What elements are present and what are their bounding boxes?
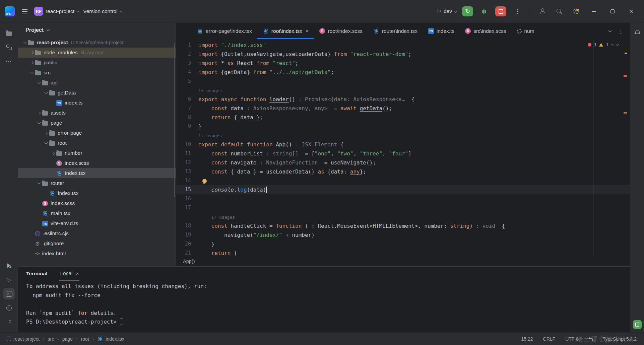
- tool-button-version-control[interactable]: [3, 316, 15, 328]
- tree-item-.gitignore[interactable]: ⊘.gitignore: [18, 238, 176, 249]
- tree-item-.eslintrc.cjs[interactable]: .eslintrc.cjs: [18, 228, 176, 238]
- tool-button-structure-view[interactable]: [3, 42, 15, 53]
- code-with-me-button[interactable]: [537, 6, 548, 17]
- tree-item-vite-env.d.ts[interactable]: TSvite-env.d.ts: [18, 218, 176, 228]
- stop-button[interactable]: [495, 6, 506, 16]
- tree-item-index.tsx[interactable]: index.tsx: [18, 168, 176, 178]
- tool-button-services[interactable]: [3, 260, 15, 271]
- close-icon[interactable]: ×: [76, 271, 79, 276]
- statusbar-item-utf-8[interactable]: UTF-8: [565, 336, 579, 342]
- branch-widget[interactable]: dev: [437, 6, 457, 17]
- code-line[interactable]: 11 const numberList : string[] = ["one",…: [176, 149, 630, 158]
- code-editor[interactable]: 1import "./index.scss"2import {Outlet,us…: [176, 39, 630, 256]
- debug-button[interactable]: [478, 6, 490, 17]
- editor-tab-num[interactable]: num: [512, 23, 540, 39]
- tree-item-src[interactable]: src: [18, 68, 176, 78]
- tree-item-router[interactable]: router: [18, 178, 176, 188]
- code-line[interactable]: 12 const navigate : NavigateFunction = u…: [176, 158, 630, 167]
- minimize-button[interactable]: [587, 6, 600, 17]
- tool-button-more-tools[interactable]: ···: [3, 56, 15, 67]
- inspections-widget[interactable]: 1 1: [588, 42, 619, 47]
- lock-icon[interactable]: [589, 338, 593, 341]
- editor-tab-src-index-scss[interactable]: Ssrc\index.scss: [460, 23, 511, 39]
- code-line[interactable]: 15 console.log(data): [176, 185, 630, 194]
- code-line[interactable]: 1import "./index.scss": [176, 41, 630, 50]
- editor-breadcrumbs[interactable]: App(): [176, 256, 630, 266]
- notification-badge-icon[interactable]: [633, 320, 642, 329]
- tree-item-root[interactable]: root: [18, 138, 176, 148]
- editor-tab-index-ts[interactable]: TSindex.ts: [423, 23, 460, 39]
- code-line[interactable]: 4import {getData} from "../../api/getDat…: [176, 68, 630, 77]
- code-line[interactable]: 13 const { data } = useLoaderData() as {…: [176, 167, 630, 176]
- chevron-slot[interactable]: [28, 52, 35, 54]
- project-panel-header[interactable]: Project: [18, 23, 176, 38]
- statusbar-crumb-page[interactable]: page: [62, 336, 73, 342]
- close-icon[interactable]: ×: [306, 28, 309, 34]
- tree-item-node_modules[interactable]: node_moduleslibrary root: [18, 48, 176, 58]
- tree-item-main.tsx[interactable]: main.tsx: [18, 208, 176, 218]
- notifications-button[interactable]: [632, 27, 643, 38]
- code-line[interactable]: 7 const data : AxiosResponse<any, any> =…: [176, 104, 630, 113]
- chevron-slot[interactable]: [28, 62, 35, 64]
- tree-item-getData[interactable]: getData: [18, 88, 176, 98]
- search-everywhere-button[interactable]: [554, 6, 565, 17]
- code-line[interactable]: 2import {Outlet,useNavigate,useLoaderDat…: [176, 50, 630, 59]
- tree-item-page[interactable]: page: [18, 118, 176, 128]
- tree-item-error-page[interactable]: error-page: [18, 128, 176, 138]
- code-line[interactable]: 1+ usages: [176, 86, 630, 95]
- tree-item-index.scss[interactable]: Sindex.scss: [18, 198, 176, 208]
- rerun-button[interactable]: ↻: [462, 6, 473, 16]
- statusbar-crumb-root[interactable]: root: [81, 336, 89, 342]
- code-line[interactable]: 8 return { data };: [176, 113, 630, 122]
- code-line[interactable]: 5: [176, 77, 630, 86]
- terminal-tab-local[interactable]: Local ×: [59, 267, 79, 281]
- terminal-prompt-line[interactable]: PS D:\Desktop\react-project>: [26, 318, 630, 327]
- intention-bulb-icon[interactable]: [202, 179, 207, 183]
- tree-item-public[interactable]: public: [18, 58, 176, 68]
- more-actions-button[interactable]: ⋮: [512, 6, 523, 17]
- tree-item-index.html[interactable]: <>index.html: [18, 249, 176, 259]
- code-line[interactable]: 17: [176, 203, 630, 212]
- project-widget[interactable]: RP react-project: [34, 6, 79, 17]
- tree-item-number[interactable]: number: [18, 148, 176, 158]
- chevron-slot[interactable]: [36, 183, 42, 184]
- tool-button-project-view[interactable]: [3, 27, 15, 39]
- code-line[interactable]: 21 return (: [176, 249, 630, 256]
- previous-problem-chevron-icon[interactable]: [611, 44, 614, 47]
- webstorm-logo-icon[interactable]: WS: [5, 6, 15, 16]
- tree-item-index.scss[interactable]: Sindex.scss: [18, 158, 176, 168]
- statusbar-item-15-22[interactable]: 15:22: [521, 336, 533, 342]
- code-line[interactable]: 3import * as React from "react";: [176, 59, 630, 68]
- hidden-tabs-chevron-icon[interactable]: [608, 29, 612, 32]
- chevron-slot[interactable]: [36, 82, 42, 83]
- tree-item-react-project[interactable]: react-projectD:\Desktop\react-project: [18, 38, 176, 48]
- code-line[interactable]: 6export async function loader() : Promis…: [176, 95, 630, 104]
- tree-item-assets[interactable]: assets: [18, 108, 176, 118]
- tree-item-index.tsx[interactable]: index.tsx: [18, 188, 176, 198]
- tool-button-problems[interactable]: !: [3, 302, 15, 314]
- editor-tab-router-index-tsx[interactable]: router\index.tsx: [368, 23, 423, 39]
- code-line[interactable]: 20 }: [176, 239, 630, 249]
- chevron-slot[interactable]: [28, 72, 35, 73]
- statusbar-item-crlf[interactable]: CRLF: [543, 336, 556, 342]
- code-line[interactable]: 1+ usages: [176, 212, 630, 221]
- chevron-slot[interactable]: [36, 112, 42, 114]
- statusbar-item-typescript-5-4-2[interactable]: TypeScript 5.4.2: [603, 336, 637, 342]
- tab-options-kebab-icon[interactable]: ⋮: [618, 27, 624, 35]
- next-problem-chevron-icon[interactable]: [616, 43, 619, 46]
- statusbar-crumb-src[interactable]: src: [48, 336, 54, 342]
- code-line[interactable]: 10export default function App() : JSX.El…: [176, 140, 630, 149]
- code-line[interactable]: 16: [176, 194, 630, 203]
- editor-tab-error-page-index-tsx[interactable]: error-page\index.tsx: [192, 23, 257, 39]
- terminal-output[interactable]: To address all issues (including breakin…: [18, 281, 630, 327]
- chevron-slot[interactable]: [36, 122, 42, 124]
- close-window-button[interactable]: ×: [625, 6, 638, 17]
- code-line[interactable]: 1+ usages: [176, 131, 630, 140]
- code-line[interactable]: 19 navigate("/index/" + number): [176, 230, 630, 239]
- tool-button-terminal[interactable]: >_: [3, 288, 15, 299]
- chevron-slot[interactable]: [43, 142, 49, 144]
- main-menu-button[interactable]: [19, 6, 30, 17]
- chevron-slot[interactable]: [50, 152, 56, 154]
- settings-button[interactable]: [570, 6, 582, 17]
- statusbar-crumb-index.tsx[interactable]: index.tsx: [97, 336, 124, 342]
